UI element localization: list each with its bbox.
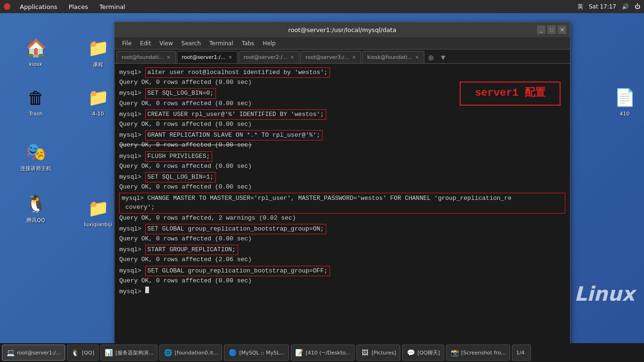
- cmd-3: CREATE USER rpl_user@'%' IDENTIFIED BY '…: [145, 109, 326, 120]
- tab-2[interactable]: root@server2:/... ✕: [239, 51, 299, 63]
- desktop-icon-trash[interactable]: 🗑 Trash: [17, 86, 55, 117]
- topbar-terminal[interactable]: Terminal: [95, 2, 130, 11]
- cmd-10: SET GLOBAL group_replication_bootstrap_g…: [145, 266, 330, 276]
- desktop-icon-courses[interactable]: 📁 课程: [79, 37, 117, 68]
- sound-icon[interactable]: 🔊: [622, 3, 629, 10]
- menu-file[interactable]: File: [118, 39, 135, 48]
- taskbar-icon-4: 🔵: [228, 348, 237, 357]
- kiosk-icon: 🏠: [25, 37, 47, 59]
- kiosk-label: kiosk: [29, 61, 42, 67]
- tab-0-label: root@foundati...: [122, 54, 164, 60]
- prompt-6: mysql>: [119, 173, 145, 181]
- output-6: Query OK, 0 rows affected (0.00 sec): [119, 183, 565, 191]
- output-4: Query OK, 0 rows affected (0.00 sec): [119, 141, 565, 149]
- qq-icon: 🐧: [25, 192, 47, 215]
- tab-3-close[interactable]: ✕: [352, 55, 356, 60]
- cmd-line-1: mysql> alter user root@localhost identif…: [119, 67, 565, 78]
- taskbar: 💻 root@server1:/... 🐧 [QQ] 📊 [服务器架构演... …: [0, 343, 644, 362]
- taskbar-icon-7: 💬: [406, 348, 415, 357]
- power-icon[interactable]: ⏻: [635, 3, 640, 10]
- cmd-line-9: mysql> START GROUP_REPLICATION;: [119, 245, 565, 255]
- taskbar-icon-3: 🌐: [164, 348, 172, 357]
- file-410-icon: 📄: [613, 86, 636, 109]
- taskbar-item-3[interactable]: 🌐 [foundation0.it...: [159, 345, 222, 361]
- taskbar-item-0[interactable]: 💻 root@server1:/...: [2, 345, 65, 361]
- desktop-icon-4-10[interactable]: 📁 4-10: [79, 86, 117, 117]
- menu-search[interactable]: Search: [178, 39, 205, 48]
- desktop: 🏠 kiosk 📁 课程 🗑 Trash 📁 4-10 🎭 连接讲师主机 🐧 腾…: [0, 13, 644, 343]
- taskbar-item-2[interactable]: 📊 [服务器架构演...: [100, 345, 158, 361]
- output-8: Query OK, 0 rows affected (0.00 sec): [119, 235, 565, 243]
- courses-icon: 📁: [87, 37, 109, 59]
- topbar-right: 英 Sat 17:17 🔊 ⏻: [578, 3, 640, 11]
- output-7: Query OK, 0 rows affected, 2 warnings (0…: [119, 214, 565, 222]
- trash-label: Trash: [29, 111, 42, 117]
- taskbar-icon-5: 📝: [295, 348, 304, 357]
- menu-help[interactable]: Help: [259, 39, 279, 48]
- terminal-titlebar: root@server1:/usr/local/mysql/data _ □ ✕: [115, 22, 570, 37]
- desktop-icon-kiosk[interactable]: 🏠 kiosk: [17, 37, 55, 67]
- topbar-places[interactable]: Places: [64, 2, 92, 11]
- tab-2-close[interactable]: ✕: [290, 55, 294, 60]
- prompt-7: mysql>: [122, 194, 148, 203]
- cmd-line-4: mysql> GRANT REPLICATION SLAVE ON *.* TO…: [119, 130, 565, 140]
- new-tab-button[interactable]: ⊕: [425, 52, 437, 63]
- menu-tabs[interactable]: Tabs: [238, 39, 258, 48]
- output-3: Query OK, 0 rows affected (0.00 sec): [119, 120, 565, 129]
- courses-label: 课程: [93, 61, 103, 68]
- menu-view[interactable]: View: [156, 39, 176, 48]
- tab-menu-button[interactable]: ▼: [438, 52, 449, 63]
- output-5: Query OK, 0 rows affected (0.00 sec): [119, 162, 565, 171]
- cmd-7-cont: covery';: [122, 203, 563, 212]
- taskbar-icon-8: 📸: [450, 348, 459, 357]
- taskbar-label-3: [foundation0.it...: [174, 350, 218, 356]
- cmd-line-empty: mysql>: [119, 287, 565, 296]
- menu-edit[interactable]: Edit: [136, 39, 155, 48]
- linux-watermark: Linux: [574, 282, 635, 305]
- taskbar-item-7[interactable]: 💬 [QQ聊天]: [402, 345, 444, 361]
- cmd-7: CHANGE MASTER TO MASTER_USER='rpl_user',…: [148, 194, 512, 203]
- cmd-4: GRANT REPLICATION SLAVE ON *.* TO rpl_us…: [145, 130, 323, 140]
- menu-terminal[interactable]: Terminal: [206, 39, 237, 48]
- taskbar-item-1[interactable]: 🐧 [QQ]: [67, 345, 99, 361]
- taskbar-item-4[interactable]: 🔵 [MySQL :: MySL...: [224, 345, 289, 361]
- cmd-5: FLUSH PRIVILEGES;: [145, 151, 213, 162]
- connect-label: 连接讲师主机: [20, 165, 51, 172]
- cmd-2: SET SQL_LOG_BIN=0;: [145, 88, 216, 99]
- taskbar-item-6[interactable]: 🖼 [Pictures]: [356, 345, 400, 361]
- folder-4-10-icon: 📁: [87, 86, 109, 109]
- maximize-button[interactable]: □: [547, 25, 556, 34]
- terminal-content[interactable]: server1 配置 mysql> alter user root@localh…: [115, 64, 570, 361]
- tab-1[interactable]: root@server1:/... ✕: [177, 51, 238, 63]
- tab-0[interactable]: root@foundati... ✕: [116, 51, 176, 63]
- 4-10-label: 4-10: [92, 111, 104, 117]
- taskbar-icon-1: 🐧: [71, 348, 80, 357]
- tab-4-close[interactable]: ✕: [415, 55, 419, 60]
- taskbar-item-5[interactable]: 📝 [410 (~/Deskto...: [291, 345, 355, 361]
- tab-0-close[interactable]: ✕: [166, 55, 170, 60]
- cmd-8: SET GLOBAL group_replication_bootstrap_g…: [145, 224, 326, 234]
- desktop-icon-410[interactable]: 📄 410: [606, 86, 644, 117]
- desktop-icon-luxiqi[interactable]: 📁 luxiqianbiji: [79, 197, 117, 228]
- prompt-8: mysql>: [119, 225, 145, 233]
- tab-4-label: kiosk@foundati...: [367, 54, 412, 60]
- cmd-line-8: mysql> SET GLOBAL group_replication_boot…: [119, 224, 565, 234]
- minimize-button[interactable]: _: [537, 25, 545, 34]
- topbar-left: Applications Places Terminal: [4, 2, 130, 11]
- close-button[interactable]: ✕: [558, 25, 566, 34]
- taskbar-label-4: [MySQL :: MySL...: [239, 350, 284, 356]
- desktop-icon-qq[interactable]: 🐧 腾讯QQ: [17, 192, 55, 224]
- topbar-applications[interactable]: Applications: [15, 2, 62, 11]
- top-menubar: Applications Places Terminal 英 Sat 17:17…: [0, 0, 644, 13]
- terminal-menubar: File Edit View Search Terminal Tabs Help: [115, 37, 570, 49]
- terminal-title: root@server1:/usr/local/mysql/data: [118, 26, 566, 33]
- desktop-icon-connect[interactable]: 🎭 连接讲师主机: [17, 140, 55, 172]
- prompt-10: mysql>: [119, 267, 145, 275]
- tab-1-label: root@server1:/...: [182, 54, 226, 60]
- tab-1-close[interactable]: ✕: [228, 55, 232, 60]
- tab-4[interactable]: kiosk@foundati... ✕: [362, 51, 424, 63]
- tab-3[interactable]: root@server3:/... ✕: [300, 51, 361, 63]
- output-9: Query OK, 0 rows affected (2.06 sec): [119, 255, 565, 264]
- taskbar-item-8[interactable]: 📸 [Screenshot fro...: [446, 345, 510, 361]
- taskbar-pager[interactable]: 1/4: [512, 345, 531, 361]
